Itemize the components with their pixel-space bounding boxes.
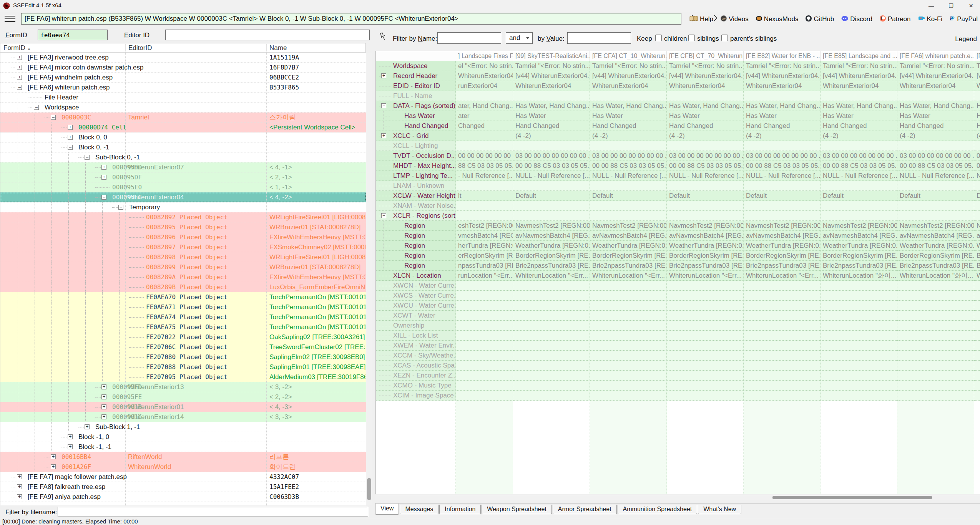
column-header-editorid[interactable]: EditorID — [128, 44, 152, 52]
record-value-cell[interactable] — [456, 141, 513, 151]
link-patreon[interactable]: Patreon — [880, 15, 911, 23]
row-label-cell[interactable]: XWEM - Water Envir... — [376, 341, 456, 351]
record-value-cell[interactable]: [v44] WhiterunExterior04... — [744, 71, 821, 81]
tree-row[interactable]: −Worldspace — [0, 103, 366, 113]
expand-toggle[interactable]: + — [101, 394, 106, 399]
expand-toggle[interactable]: + — [101, 165, 106, 170]
record-value-cell[interactable] — [821, 381, 897, 391]
row-label-cell[interactable]: XCLW - Water Height — [376, 191, 456, 201]
record-value-cell[interactable]: WhiterunLocation "화이... — [821, 271, 897, 281]
record-value-cell[interactable] — [744, 381, 821, 391]
record-value-cell[interactable]: Changed — [456, 121, 513, 131]
expand-toggle[interactable]: + — [17, 474, 22, 479]
record-value-cell[interactable] — [667, 211, 744, 221]
record-value-cell[interactable] — [821, 181, 897, 191]
record-value-cell[interactable]: Brie2npassTundra03 [RE... — [590, 261, 667, 271]
record-value-cell[interactable]: Brie2npassTundra03 [RE... — [974, 261, 980, 271]
record-value-cell[interactable]: avNavmeshBatch4 [REG... — [590, 231, 667, 241]
tree-row[interactable]: +[FE FA5] windhelm patch.esp06BBCCE2 — [0, 73, 366, 83]
record-value-cell[interactable]: BorderRegionSkyrim [RE... — [513, 251, 590, 261]
record-value-cell[interactable]: (4 -2) — [974, 131, 980, 141]
record-value-cell[interactable] — [513, 341, 590, 351]
plugin-column-header[interactable]: [FE FA6] whiterun patch.e... — [897, 51, 974, 61]
record-value-cell[interactable]: Hand Changed — [513, 121, 590, 131]
record-value-cell[interactable]: 00 00 88 C5 03 03 05 05... — [897, 161, 974, 171]
record-value-cell[interactable]: avNavmeshBatch4 [REG... — [821, 231, 897, 241]
record-value-cell[interactable]: NavmeshTest2 [REGN:00... — [513, 221, 590, 231]
record-value-cell[interactable] — [744, 321, 821, 331]
record-value-cell[interactable] — [897, 311, 974, 321]
record-value-cell[interactable]: WhiterunLocation "<Err... — [744, 271, 821, 281]
record-value-cell[interactable] — [456, 381, 513, 391]
scrollbar-thumb[interactable] — [367, 478, 371, 500]
record-value-cell[interactable]: 00 00 88 C5 03 03 05 05... — [667, 161, 744, 171]
record-value-cell[interactable]: Default — [897, 191, 974, 201]
record-value-cell[interactable] — [744, 361, 821, 371]
plugin-column-header[interactable]: [FE E82] Water for ENB - ... — [744, 51, 821, 61]
expand-toggle[interactable]: − — [68, 145, 73, 150]
record-value-cell[interactable]: avNavmeshBatch4 [REG... — [974, 231, 980, 241]
record-value-cell[interactable]: NavmeshTest2 [REGN:00... — [590, 221, 667, 231]
record-value-cell[interactable] — [513, 381, 590, 391]
expand-toggle[interactable]: − — [381, 213, 386, 218]
tree-row[interactable]: 00082896 Placed ObjectFXfireWithEmbersHe… — [0, 232, 366, 242]
record-value-cell[interactable]: 03 00 00 00 00 00 00 00 ... — [821, 151, 897, 161]
record-value-cell[interactable]: BorderRegionSkyrim [RE... — [590, 251, 667, 261]
operator-select[interactable]: and — [506, 32, 533, 44]
tree-row[interactable]: +[FE FA8] falkreath tree.esp15A1FEE2 — [0, 482, 366, 492]
tree-row[interactable]: −[FE FA6] whiterun patch.espB533F865 — [0, 83, 366, 93]
record-value-cell[interactable] — [744, 91, 821, 101]
row-label-cell[interactable]: XCAS - Acoustic Spa... — [376, 361, 456, 371]
record-value-cell[interactable] — [590, 381, 667, 391]
row-label-cell[interactable]: XNAM - Water Noise... — [376, 201, 456, 211]
record-value-cell[interactable]: 03 00 00 00 00 00 00 00 ... — [974, 151, 980, 161]
record-value-cell[interactable] — [821, 281, 897, 291]
expand-toggle[interactable]: + — [381, 73, 386, 78]
expand-toggle[interactable]: + — [51, 454, 56, 459]
record-value-cell[interactable] — [897, 291, 974, 301]
record-value-cell[interactable]: avNavmeshBatch4 [REG... — [897, 231, 974, 241]
expand-toggle[interactable]: − — [381, 103, 386, 108]
record-value-cell[interactable] — [456, 181, 513, 191]
record-value-cell[interactable]: 03 00 00 00 00 00 00 00 ... — [513, 151, 590, 161]
row-label-cell[interactable]: XCIM - Image Space — [376, 391, 456, 401]
record-value-cell[interactable] — [456, 281, 513, 291]
record-value-cell[interactable]: WhiterunLocation "화이... — [897, 271, 974, 281]
record-value-cell[interactable]: BorderRegionSkyrim [RE... — [744, 251, 821, 261]
record-value-cell[interactable] — [821, 201, 897, 211]
record-value-cell[interactable] — [456, 131, 513, 141]
record-value-cell[interactable] — [744, 211, 821, 221]
breadcrumb-path[interactable]: [FE FA6] whiterun patch.esp (B533F865) ₩… — [21, 13, 681, 25]
record-value-cell[interactable] — [821, 141, 897, 151]
expand-toggle[interactable]: + — [17, 494, 22, 499]
row-label-cell[interactable]: XILL - Lock List — [376, 331, 456, 341]
expand-toggle[interactable]: + — [85, 424, 90, 429]
record-value-cell[interactable] — [590, 341, 667, 351]
record-value-cell[interactable]: NULL - Null Reference [... — [974, 171, 980, 181]
row-label-cell[interactable]: Region — [376, 231, 456, 241]
record-value-cell[interactable] — [897, 321, 974, 331]
record-value-cell[interactable] — [897, 391, 974, 401]
record-value-cell[interactable] — [513, 361, 590, 371]
record-value-cell[interactable] — [590, 201, 667, 211]
tree-row[interactable]: 00082892 Placed ObjectWRLightFireStreet0… — [0, 212, 366, 222]
row-label-cell[interactable]: XWCN - Water Curre... — [376, 281, 456, 291]
record-value-cell[interactable]: npassTundra03 [RE... — [456, 261, 513, 271]
record-value-cell[interactable]: WhiterunExterior04 — [974, 81, 980, 91]
column-header-formid[interactable]: FormID ▲ — [3, 44, 31, 52]
record-value-cell[interactable]: NULL - Null Reference [... — [590, 171, 667, 181]
record-value-cell[interactable] — [744, 301, 821, 311]
record-value-cell[interactable] — [513, 331, 590, 341]
record-value-cell[interactable] — [456, 301, 513, 311]
tree-row[interactable]: FE207080 Placed ObjectSaplingElm02 [TREE… — [0, 352, 366, 362]
record-value-cell[interactable]: WhiterunLocation "<Err... — [667, 271, 744, 281]
record-value-cell[interactable] — [744, 291, 821, 301]
filter-value-input[interactable] — [567, 32, 631, 44]
record-value-cell[interactable] — [821, 211, 897, 221]
minimize-button[interactable]: — — [922, 0, 940, 12]
record-value-cell[interactable] — [897, 361, 974, 371]
record-value-cell[interactable] — [590, 321, 667, 331]
record-value-cell[interactable]: Tamriel "<Error: No strin... — [513, 61, 590, 71]
record-value-cell[interactable] — [590, 291, 667, 301]
tree-row[interactable]: −Temporary — [0, 202, 366, 212]
